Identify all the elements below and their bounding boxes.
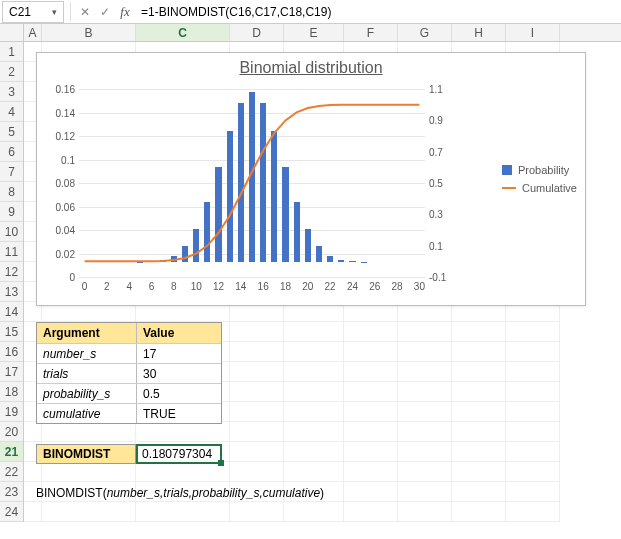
y-right-tick: 1.1 — [429, 84, 459, 95]
arg-value: 30 — [137, 364, 221, 383]
result-label-cell[interactable]: BINOMDIST — [36, 444, 136, 464]
y-right-tick: 0.1 — [429, 240, 459, 251]
row-header-6[interactable]: 6 — [0, 142, 23, 162]
x-tick: 14 — [235, 281, 246, 292]
result-label-text: BINOMDIST — [43, 447, 110, 461]
row-header-7[interactable]: 7 — [0, 162, 23, 182]
x-tick: 8 — [171, 281, 177, 292]
table-row: trials 30 — [37, 363, 221, 383]
x-tick: 22 — [325, 281, 336, 292]
y-left-tick: 0.08 — [45, 178, 75, 189]
y-right-tick: 0.5 — [429, 178, 459, 189]
y-left-tick: 0.16 — [45, 84, 75, 95]
y-right-tick: 0.7 — [429, 146, 459, 157]
row-header-12[interactable]: 12 — [0, 262, 23, 282]
x-tick: 6 — [149, 281, 155, 292]
table-row: number_s 17 — [37, 343, 221, 363]
chart-object[interactable]: Binomial distribution 00.020.040.060.080… — [36, 52, 586, 306]
column-header-e[interactable]: E — [284, 24, 344, 41]
x-tick: 30 — [414, 281, 425, 292]
column-header-f[interactable]: F — [344, 24, 398, 41]
cancel-icon[interactable]: ✕ — [75, 2, 95, 22]
result-value: 0.180797304 — [142, 447, 212, 461]
x-tick: 4 — [126, 281, 132, 292]
active-cell[interactable]: 0.180797304 — [136, 444, 222, 464]
column-header-i[interactable]: I — [506, 24, 560, 41]
chart-legend: Probability Cumulative — [502, 158, 577, 200]
separator — [70, 2, 71, 22]
arg-value: TRUE — [137, 404, 221, 423]
arg-name: number_s — [37, 344, 137, 363]
x-axis-labels: 024681012141618202224262830 — [79, 281, 425, 293]
row-header-8[interactable]: 8 — [0, 182, 23, 202]
column-header-a[interactable]: A — [24, 24, 42, 41]
argument-table: Argument Value number_s 17 trials 30 pro… — [36, 322, 222, 424]
row-header-9[interactable]: 9 — [0, 202, 23, 222]
y-left-tick: 0 — [45, 272, 75, 283]
row-header-1[interactable]: 1 — [0, 42, 23, 62]
x-tick: 10 — [191, 281, 202, 292]
row-header-10[interactable]: 10 — [0, 222, 23, 242]
column-header-g[interactable]: G — [398, 24, 452, 41]
legend-line-icon — [502, 187, 516, 189]
y-right-tick: 0.3 — [429, 209, 459, 220]
header-value: Value — [137, 323, 221, 343]
row-header-19[interactable]: 19 — [0, 402, 23, 422]
row-header-13[interactable]: 13 — [0, 282, 23, 302]
row-header-11[interactable]: 11 — [0, 242, 23, 262]
syntax-fn: BINOMDIST( — [36, 486, 107, 500]
fill-handle[interactable] — [218, 460, 224, 466]
y-left-tick: 0.04 — [45, 225, 75, 236]
syntax-close: ) — [320, 486, 324, 500]
arg-name: probability_s — [37, 384, 137, 403]
formula-bar: C21 ▾ ✕ ✓ fx — [0, 0, 621, 24]
column-header-c[interactable]: C — [136, 24, 230, 41]
x-tick: 2 — [104, 281, 110, 292]
row-header-17[interactable]: 17 — [0, 362, 23, 382]
row-header-3[interactable]: 3 — [0, 82, 23, 102]
legend-item-probability: Probability — [502, 164, 577, 176]
plot-area: 00.020.040.060.080.10.120.140.16-0.10.10… — [79, 89, 425, 277]
x-tick: 28 — [392, 281, 403, 292]
chevron-down-icon[interactable]: ▾ — [52, 7, 57, 17]
syntax-args: number_s,trials,probability_s,cumulative — [107, 486, 320, 500]
y-left-tick: 0.06 — [45, 201, 75, 212]
column-header-h[interactable]: H — [452, 24, 506, 41]
row-header-15[interactable]: 15 — [0, 322, 23, 342]
y-left-tick: 0.14 — [45, 107, 75, 118]
column-headers: ABCDEFGHI — [24, 24, 621, 42]
x-tick: 26 — [369, 281, 380, 292]
legend-label: Probability — [518, 164, 569, 176]
chart-title: Binomial distribution — [37, 59, 585, 77]
row-header-20[interactable]: 20 — [0, 422, 23, 442]
row-header-4[interactable]: 4 — [0, 102, 23, 122]
row-header-24[interactable]: 24 — [0, 502, 23, 522]
enter-icon[interactable]: ✓ — [95, 2, 115, 22]
syntax-text: BINOMDIST(number_s,trials,probability_s,… — [36, 486, 324, 500]
row-header-22[interactable]: 22 — [0, 462, 23, 482]
row-header-21[interactable]: 21 — [0, 442, 23, 462]
legend-label: Cumulative — [522, 182, 577, 194]
column-header-b[interactable]: B — [42, 24, 136, 41]
row-header-14[interactable]: 14 — [0, 302, 23, 322]
table-row: cumulative TRUE — [37, 403, 221, 423]
formula-input[interactable] — [135, 5, 621, 19]
row-header-23[interactable]: 23 — [0, 482, 23, 502]
select-all-corner[interactable] — [0, 24, 24, 42]
y-left-tick: 0.1 — [45, 154, 75, 165]
fx-icon[interactable]: fx — [115, 2, 135, 22]
legend-color-box-icon — [502, 165, 512, 175]
arg-name: trials — [37, 364, 137, 383]
y-right-tick: -0.1 — [429, 272, 459, 283]
arg-value: 17 — [137, 344, 221, 363]
y-left-tick: 0.02 — [45, 248, 75, 259]
x-tick: 0 — [82, 281, 88, 292]
row-header-18[interactable]: 18 — [0, 382, 23, 402]
row-header-16[interactable]: 16 — [0, 342, 23, 362]
column-header-d[interactable]: D — [230, 24, 284, 41]
row-header-5[interactable]: 5 — [0, 122, 23, 142]
row-header-2[interactable]: 2 — [0, 62, 23, 82]
name-box[interactable]: C21 ▾ — [2, 1, 64, 23]
x-tick: 18 — [280, 281, 291, 292]
table-header-row: Argument Value — [37, 323, 221, 343]
